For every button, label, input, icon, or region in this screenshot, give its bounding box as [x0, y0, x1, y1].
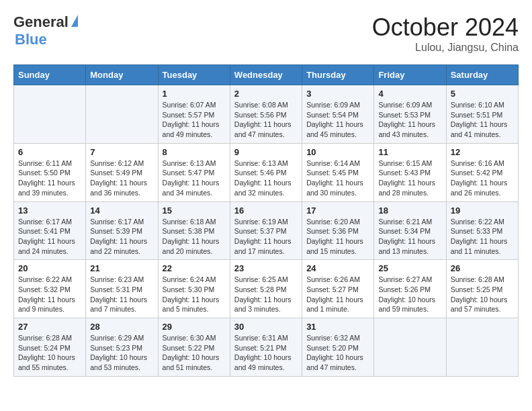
day-info: Sunrise: 6:09 AMSunset: 5:53 PMDaylight:… [378, 100, 441, 140]
day-info: Sunrise: 6:28 AMSunset: 5:25 PMDaylight:… [451, 275, 514, 314]
calendar-cell: 2Sunrise: 6:08 AMSunset: 5:56 PMDaylight… [230, 85, 302, 144]
calendar-cell: 10Sunrise: 6:14 AMSunset: 5:45 PMDayligh… [302, 143, 374, 201]
day-info: Sunrise: 6:17 AMSunset: 5:39 PMDaylight:… [90, 217, 153, 257]
calendar-cell: 3Sunrise: 6:09 AMSunset: 5:54 PMDaylight… [302, 85, 374, 144]
calendar-table: SundayMondayTuesdayWednesdayThursdayFrid… [13, 64, 519, 377]
day-info: Sunrise: 6:28 AMSunset: 5:24 PMDaylight:… [18, 333, 81, 373]
day-info: Sunrise: 6:18 AMSunset: 5:38 PMDaylight:… [163, 217, 226, 257]
day-number: 29 [163, 322, 226, 332]
day-info: Sunrise: 6:29 AMSunset: 5:23 PMDaylight:… [90, 333, 153, 373]
day-info: Sunrise: 6:21 AMSunset: 5:34 PMDaylight:… [378, 217, 441, 257]
day-info: Sunrise: 6:16 AMSunset: 5:42 PMDaylight:… [451, 158, 514, 198]
day-info: Sunrise: 6:22 AMSunset: 5:32 PMDaylight:… [18, 275, 81, 314]
day-number: 8 [163, 147, 226, 157]
calendar-cell: 6Sunrise: 6:11 AMSunset: 5:50 PMDaylight… [14, 143, 86, 201]
calendar-cell: 9Sunrise: 6:13 AMSunset: 5:46 PMDaylight… [230, 143, 302, 201]
calendar-cell: 25Sunrise: 6:27 AMSunset: 5:26 PMDayligh… [374, 260, 446, 318]
calendar-cell: 22Sunrise: 6:24 AMSunset: 5:30 PMDayligh… [158, 260, 230, 318]
day-info: Sunrise: 6:15 AMSunset: 5:43 PMDaylight:… [378, 158, 441, 198]
title-block: October 2024 Lulou, Jiangsu, China [372, 13, 519, 54]
day-number: 11 [378, 147, 441, 157]
day-info: Sunrise: 6:30 AMSunset: 5:22 PMDaylight:… [163, 333, 226, 373]
calendar-cell: 27Sunrise: 6:28 AMSunset: 5:24 PMDayligh… [14, 318, 86, 377]
day-number: 7 [90, 147, 153, 157]
day-number: 5 [451, 89, 514, 99]
day-info: Sunrise: 6:32 AMSunset: 5:20 PMDaylight:… [306, 333, 369, 373]
day-info: Sunrise: 6:31 AMSunset: 5:21 PMDaylight:… [234, 333, 298, 373]
day-info: Sunrise: 6:12 AMSunset: 5:49 PMDaylight:… [90, 158, 153, 198]
day-number: 13 [18, 205, 81, 216]
day-info: Sunrise: 6:23 AMSunset: 5:31 PMDaylight:… [90, 275, 153, 314]
calendar-cell: 15Sunrise: 6:18 AMSunset: 5:38 PMDayligh… [158, 201, 230, 260]
logo-blue-text: Blue [15, 31, 47, 48]
weekday-header: Wednesday [230, 65, 302, 85]
day-number: 25 [378, 263, 441, 273]
calendar-cell: 12Sunrise: 6:16 AMSunset: 5:42 PMDayligh… [446, 143, 518, 201]
day-number: 30 [234, 322, 298, 332]
logo: General Blue [13, 13, 78, 48]
day-info: Sunrise: 6:19 AMSunset: 5:37 PMDaylight:… [234, 217, 298, 257]
calendar-cell: 29Sunrise: 6:30 AMSunset: 5:22 PMDayligh… [158, 318, 230, 377]
day-number: 24 [306, 263, 369, 273]
day-number: 14 [90, 205, 153, 216]
calendar-cell: 20Sunrise: 6:22 AMSunset: 5:32 PMDayligh… [14, 260, 86, 318]
day-number: 10 [306, 147, 369, 157]
calendar-cell: 23Sunrise: 6:25 AMSunset: 5:28 PMDayligh… [230, 260, 302, 318]
day-info: Sunrise: 6:13 AMSunset: 5:46 PMDaylight:… [234, 158, 298, 198]
calendar-cell: 31Sunrise: 6:32 AMSunset: 5:20 PMDayligh… [302, 318, 374, 377]
day-number: 22 [163, 263, 226, 273]
day-number: 4 [378, 89, 441, 99]
calendar-cell: 17Sunrise: 6:20 AMSunset: 5:36 PMDayligh… [302, 201, 374, 260]
logo-triangle-icon [71, 15, 78, 27]
day-number: 2 [234, 89, 298, 99]
calendar-cell: 16Sunrise: 6:19 AMSunset: 5:37 PMDayligh… [230, 201, 302, 260]
calendar-cell: 4Sunrise: 6:09 AMSunset: 5:53 PMDaylight… [374, 85, 446, 144]
calendar-cell: 7Sunrise: 6:12 AMSunset: 5:49 PMDaylight… [86, 143, 158, 201]
day-info: Sunrise: 6:24 AMSunset: 5:30 PMDaylight:… [163, 275, 226, 314]
day-info: Sunrise: 6:20 AMSunset: 5:36 PMDaylight:… [306, 217, 369, 257]
calendar-cell: 28Sunrise: 6:29 AMSunset: 5:23 PMDayligh… [86, 318, 158, 377]
calendar-cell: 24Sunrise: 6:26 AMSunset: 5:27 PMDayligh… [302, 260, 374, 318]
month-title: October 2024 [372, 13, 519, 42]
calendar-cell: 30Sunrise: 6:31 AMSunset: 5:21 PMDayligh… [230, 318, 302, 377]
calendar-cell: 1Sunrise: 6:07 AMSunset: 5:57 PMDaylight… [158, 85, 230, 144]
weekday-header: Friday [374, 65, 446, 85]
calendar-cell: 8Sunrise: 6:13 AMSunset: 5:47 PMDaylight… [158, 143, 230, 201]
calendar-cell [86, 85, 158, 144]
day-info: Sunrise: 6:22 AMSunset: 5:33 PMDaylight:… [451, 217, 514, 257]
day-number: 26 [451, 263, 514, 273]
day-number: 19 [451, 205, 514, 216]
calendar-cell [446, 318, 518, 377]
day-number: 17 [306, 205, 369, 216]
day-number: 9 [234, 147, 298, 157]
calendar-cell: 5Sunrise: 6:10 AMSunset: 5:51 PMDaylight… [446, 85, 518, 144]
day-number: 3 [306, 89, 369, 99]
day-number: 1 [163, 89, 226, 99]
calendar-cell: 14Sunrise: 6:17 AMSunset: 5:39 PMDayligh… [86, 201, 158, 260]
day-number: 31 [306, 322, 369, 332]
day-info: Sunrise: 6:25 AMSunset: 5:28 PMDaylight:… [234, 275, 298, 314]
day-number: 15 [163, 205, 226, 216]
calendar-cell: 26Sunrise: 6:28 AMSunset: 5:25 PMDayligh… [446, 260, 518, 318]
calendar-cell [374, 318, 446, 377]
day-number: 12 [451, 147, 514, 157]
calendar-cell: 13Sunrise: 6:17 AMSunset: 5:41 PMDayligh… [14, 201, 86, 260]
day-number: 27 [18, 322, 81, 332]
day-info: Sunrise: 6:07 AMSunset: 5:57 PMDaylight:… [163, 100, 226, 140]
calendar-cell: 19Sunrise: 6:22 AMSunset: 5:33 PMDayligh… [446, 201, 518, 260]
day-number: 16 [234, 205, 298, 216]
day-info: Sunrise: 6:08 AMSunset: 5:56 PMDaylight:… [234, 100, 298, 140]
weekday-header: Tuesday [158, 65, 230, 85]
calendar-cell: 21Sunrise: 6:23 AMSunset: 5:31 PMDayligh… [86, 260, 158, 318]
weekday-header: Monday [86, 65, 158, 85]
location-label: Lulou, Jiangsu, China [372, 42, 519, 54]
calendar-cell [14, 85, 86, 144]
day-number: 28 [90, 322, 153, 332]
day-number: 20 [18, 263, 81, 273]
weekday-header: Saturday [446, 65, 518, 85]
day-info: Sunrise: 6:17 AMSunset: 5:41 PMDaylight:… [18, 217, 81, 257]
calendar-cell: 11Sunrise: 6:15 AMSunset: 5:43 PMDayligh… [374, 143, 446, 201]
weekday-header: Sunday [14, 65, 86, 85]
day-info: Sunrise: 6:27 AMSunset: 5:26 PMDaylight:… [378, 275, 441, 314]
logo-general-text: General [13, 13, 69, 31]
